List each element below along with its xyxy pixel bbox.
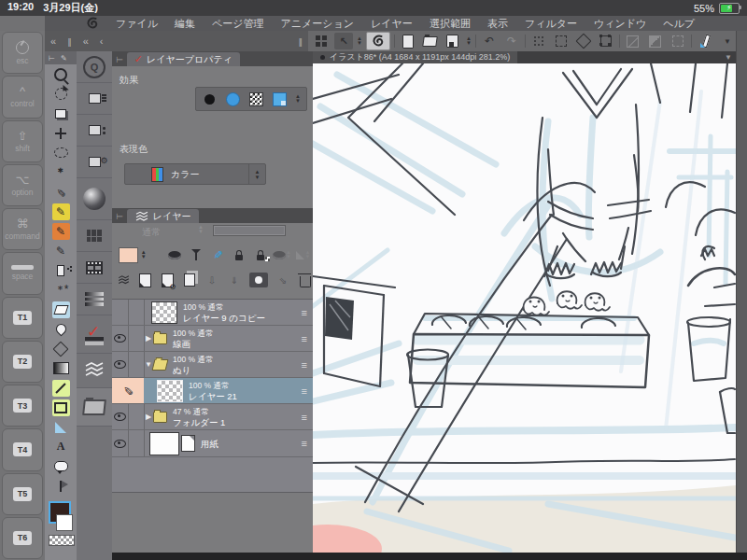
menu-edit[interactable]: 編集 [175, 17, 195, 31]
key-t4[interactable]: T4 [2, 428, 43, 470]
menu-page[interactable]: ページ管理 [212, 17, 264, 31]
tool-frame-border[interactable] [45, 398, 77, 417]
transparent-color-swatch[interactable] [49, 535, 75, 546]
collapse-subdock-icon[interactable] [83, 35, 89, 47]
layer-row-nuri-folder[interactable]: ▼ 100 % 通常 ぬり ≡ [112, 352, 313, 378]
key-shift[interactable]: ⇧ shift [2, 120, 43, 162]
sub-tool-button[interactable] [77, 83, 112, 115]
canvas-artwork[interactable] [313, 63, 736, 553]
canvas-tab[interactable]: イラスト86* (A4 1684 x 1191px 144dpi 281.2%) [313, 51, 517, 63]
enable-mask-icon[interactable]: ▲▼ [273, 247, 291, 262]
key-t6[interactable]: T6 [2, 517, 43, 559]
file-spinner[interactable]: ▲▼ [466, 36, 472, 46]
save-file-icon[interactable] [444, 33, 462, 49]
workspace-grid-icon[interactable] [312, 33, 331, 49]
pin-mask-icon[interactable] [187, 247, 205, 262]
mask-display-icon[interactable] [165, 247, 184, 262]
blend-mode-spinner[interactable]: ▲▼ [198, 225, 204, 234]
dock-grip2-icon[interactable] [299, 35, 303, 47]
layer-menu-icon[interactable]: ≡ [302, 438, 307, 449]
tool-airbrush[interactable] [45, 260, 77, 280]
layer-list-icon[interactable] [118, 273, 130, 287]
material-button[interactable] [77, 388, 112, 427]
tool-blend[interactable] [45, 319, 77, 339]
tab-layer-property[interactable]: ✓ レイヤープロパティ [127, 52, 240, 66]
tone-effect-icon[interactable] [225, 91, 240, 106]
selection-border-icon[interactable] [669, 33, 687, 49]
layer-row-paper[interactable]: 用紙 ≡ [112, 430, 313, 457]
tool-property-button[interactable] [77, 147, 112, 178]
new-layer-settings-icon[interactable] [160, 273, 175, 287]
menu-file[interactable]: ファイル [116, 17, 158, 31]
merge-down-icon[interactable]: ⇓ [227, 273, 242, 287]
tool-figure[interactable] [45, 378, 77, 398]
tool-move[interactable] [45, 123, 77, 143]
timeline-button[interactable] [77, 252, 112, 284]
quick-access-button[interactable]: Q [77, 51, 112, 83]
transform-icon[interactable] [597, 33, 615, 49]
invert-selection-icon[interactable] [646, 33, 665, 49]
color-set-button[interactable] [77, 220, 112, 252]
tool-gradient[interactable] [45, 358, 77, 378]
layer-menu-icon[interactable]: ≡ [302, 385, 307, 397]
layer-menu-icon[interactable]: ≡ [302, 412, 307, 423]
gradient-set-button[interactable] [77, 284, 112, 315]
eye-icon[interactable] [114, 334, 126, 343]
key-t3[interactable]: T3 [2, 385, 43, 427]
tool-brush[interactable]: ✎ [45, 241, 77, 260]
menu-view[interactable]: 表示 [487, 17, 508, 31]
transfer-down-icon[interactable]: ⇩ [204, 273, 219, 287]
tool-fill[interactable] [45, 339, 77, 358]
dock-grip-icon[interactable] [67, 35, 72, 47]
layer-thumbnail[interactable] [157, 380, 183, 402]
tool-palette-tab-bar[interactable]: ⊢✎ [45, 51, 77, 64]
key-control[interactable]: ^ control [2, 76, 43, 118]
canvas-tab-dropdown-icon[interactable]: ▼ [725, 53, 732, 62]
deselect-icon[interactable] [529, 33, 548, 49]
collapsed-right-dock[interactable] [736, 31, 747, 560]
panel-grip2-icon[interactable]: ⊢ [116, 212, 123, 221]
new-file-icon[interactable] [399, 33, 417, 49]
panel-grip-icon[interactable]: ⊢ [116, 55, 123, 64]
palette-color-spinner[interactable]: ▲▼ [141, 250, 147, 259]
expression-spinner[interactable]: ▲▼ [248, 164, 265, 184]
key-option[interactable]: ⌥ option [2, 164, 43, 206]
tool-text[interactable]: A [45, 437, 77, 456]
layer-property-button[interactable] [77, 315, 112, 354]
ruler-range-icon[interactable]: ▲▼ [294, 247, 313, 262]
effects-spinner[interactable]: ▲▼ [295, 94, 301, 104]
layer-color-icon[interactable] [272, 91, 287, 106]
tab-layer[interactable]: レイヤー [127, 209, 199, 223]
delete-layer-icon[interactable] [298, 273, 313, 287]
layer-row-layer21-selected[interactable]: ✎ 100 % 通常 レイヤー 21 ≡ [112, 378, 313, 404]
menu-filter[interactable]: フィルター [525, 17, 577, 31]
tool-eraser[interactable] [45, 300, 77, 319]
view-spinner[interactable]: ▲▼ [357, 36, 362, 46]
paper-thumbnail[interactable] [149, 432, 179, 455]
layer-menu-icon[interactable]: ≡ [302, 359, 307, 371]
screen-tone-icon[interactable] [248, 91, 263, 106]
menu-window[interactable]: ウィンドウ [594, 17, 646, 31]
tool-pencil[interactable]: ✎ [45, 221, 77, 241]
undo-icon[interactable]: ↶ [480, 33, 499, 49]
collapse-tools-icon[interactable] [50, 35, 56, 47]
menu-help[interactable]: ヘルプ [663, 17, 695, 31]
create-mask-button[interactable] [249, 273, 268, 287]
layer-row-lineart-folder[interactable]: ▶ 100 % 通常 線画 ≡ [112, 326, 313, 352]
opacity-slider[interactable] [213, 225, 286, 236]
touch-gesture-icon[interactable]: ↖ [334, 33, 353, 49]
background-color-swatch[interactable] [56, 514, 73, 531]
redo-icon[interactable]: ↷ [502, 33, 521, 49]
layer-row-folder1[interactable]: ▶ 47 % 通常 フォルダー 1 ≡ [112, 404, 313, 430]
key-space[interactable]: space [2, 252, 43, 294]
tool-move-page[interactable] [45, 104, 77, 123]
layer-menu-icon[interactable]: ≡ [302, 307, 307, 318]
navigator-button[interactable] [77, 178, 112, 220]
blend-mode-value[interactable]: 通常 [142, 226, 161, 239]
key-t1[interactable]: T1 [2, 297, 43, 339]
tool-eyedropper[interactable]: ✎ [45, 182, 77, 202]
border-effect-icon[interactable] [202, 91, 217, 106]
menu-selection[interactable]: 選択範囲 [430, 17, 471, 31]
fill-selection-icon[interactable] [574, 33, 593, 49]
clear-selection-icon[interactable] [624, 33, 642, 49]
